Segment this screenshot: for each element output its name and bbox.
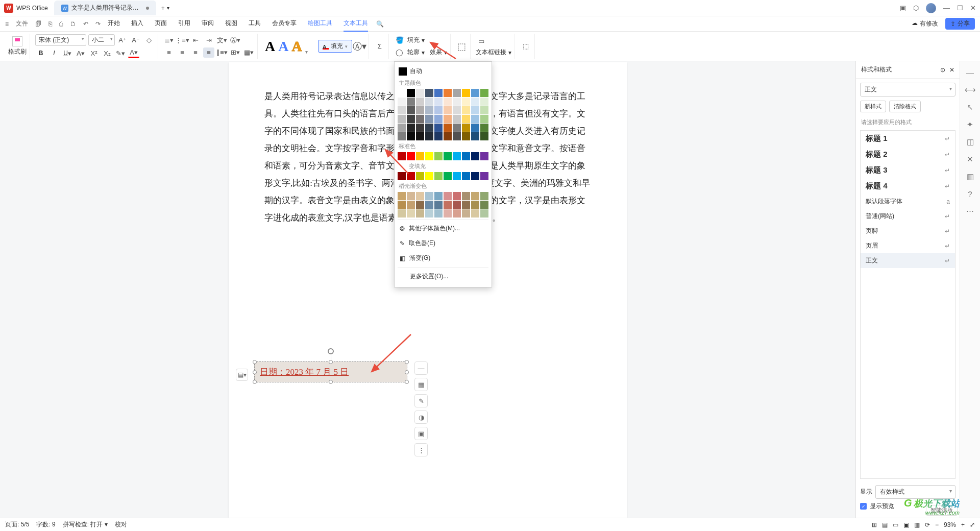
color-swatch[interactable] <box>444 132 452 140</box>
color-swatch[interactable] <box>471 209 479 218</box>
wrap-text-icon[interactable]: ▦ <box>414 378 428 391</box>
color-swatch[interactable] <box>471 172 479 180</box>
style-item[interactable]: 正文↵ <box>861 253 955 268</box>
view-print-icon[interactable]: ▥ <box>914 521 920 528</box>
edit-shape-icon[interactable]: ✎ <box>414 394 428 407</box>
subscript-icon[interactable]: X₂ <box>102 48 113 58</box>
color-swatch[interactable] <box>398 201 406 209</box>
resize-handle-icon[interactable] <box>253 380 257 384</box>
color-swatch[interactable] <box>480 106 488 114</box>
color-swatch[interactable] <box>425 115 433 123</box>
color-swatch[interactable] <box>425 132 433 140</box>
help-icon[interactable]: ? <box>968 189 972 198</box>
indent-inc-icon[interactable]: ⇥ <box>203 35 214 45</box>
paragraph-icon[interactable]: ⊞▾ <box>230 47 241 58</box>
color-swatch[interactable] <box>480 132 488 140</box>
fontcolor-icon[interactable]: A▾ <box>128 48 139 58</box>
color-swatch[interactable] <box>480 192 488 200</box>
align-justify-icon[interactable]: ≡ <box>203 47 214 58</box>
select-icon[interactable]: ⬚ <box>520 41 531 52</box>
color-swatch[interactable] <box>453 132 461 140</box>
collapse-rail-icon[interactable]: — <box>966 68 974 77</box>
current-style-select[interactable]: 正文 <box>860 83 955 96</box>
color-swatch[interactable] <box>444 192 452 200</box>
clear-format-button[interactable]: 清除格式 <box>889 101 921 112</box>
color-swatch[interactable] <box>462 106 470 114</box>
settings-icon[interactable]: ✦ <box>967 120 973 129</box>
color-swatch[interactable] <box>434 89 443 97</box>
color-swatch[interactable] <box>462 98 470 106</box>
color-swatch[interactable] <box>471 152 479 160</box>
underline-icon[interactable]: U▾ <box>62 48 73 58</box>
view-read-icon[interactable]: ▭ <box>893 521 898 528</box>
italic-icon[interactable]: I <box>48 48 60 58</box>
color-swatch[interactable] <box>398 172 406 180</box>
font-size-select[interactable]: 小二 <box>88 34 115 46</box>
layout-options-button[interactable]: ▤▾ <box>236 369 248 381</box>
menu-tab-绘图工具[interactable]: 绘图工具 <box>308 16 332 32</box>
view-grid-icon[interactable]: ⊞ <box>872 521 877 528</box>
menu-tab-视图[interactable]: 视图 <box>225 16 237 32</box>
cloud-status[interactable]: ☁有修改 <box>912 19 938 28</box>
cube-icon[interactable]: ⬡ <box>913 4 919 12</box>
color-swatch[interactable] <box>480 98 488 106</box>
color-swatch[interactable] <box>444 106 452 114</box>
view-outline-icon[interactable]: ▤ <box>882 521 888 528</box>
color-swatch[interactable] <box>425 152 433 160</box>
color-swatch[interactable] <box>471 124 479 132</box>
file-menu[interactable]: 文件 <box>16 19 28 28</box>
more-rail-icon[interactable]: ⋯ <box>966 206 974 215</box>
color-swatch[interactable] <box>444 115 452 123</box>
align-right-icon[interactable]: ≡ <box>190 47 201 58</box>
color-swatch[interactable] <box>398 124 406 132</box>
menu-tab-插入[interactable]: 插入 <box>131 16 143 32</box>
menu-tab-引用[interactable]: 引用 <box>178 16 190 32</box>
color-swatch[interactable] <box>453 98 461 106</box>
color-swatch[interactable] <box>471 115 479 123</box>
color-swatch[interactable] <box>398 115 406 123</box>
decrease-font-icon[interactable]: A⁻ <box>130 35 141 45</box>
wordart-style-2[interactable]: A <box>278 38 288 55</box>
increase-font-icon[interactable]: A⁺ <box>117 35 128 45</box>
crop-icon[interactable]: ▣ <box>414 427 428 440</box>
color-swatch[interactable] <box>444 201 452 209</box>
align-left-icon[interactable]: ≡ <box>163 47 175 58</box>
wordart-gallery[interactable]: A A A ▾ <box>260 38 313 55</box>
page-indicator[interactable]: 页面: 5/5 <box>5 520 29 529</box>
rotate-handle-icon[interactable] <box>328 348 334 354</box>
color-swatch[interactable] <box>407 201 415 209</box>
color-swatch[interactable] <box>434 132 443 140</box>
word-count[interactable]: 字数: 9 <box>36 520 55 529</box>
wordart-style-1[interactable]: A <box>265 38 275 55</box>
tools-icon[interactable]: ✕ <box>967 155 973 164</box>
color-swatch[interactable] <box>462 124 470 132</box>
color-swatch[interactable] <box>416 172 424 180</box>
color-swatch[interactable] <box>462 152 470 160</box>
style-item[interactable]: 标题 1↵ <box>861 131 955 147</box>
chevron-down-icon[interactable]: ▾ <box>305 49 308 55</box>
color-swatch[interactable] <box>416 132 424 140</box>
color-swatch[interactable] <box>425 89 433 97</box>
more-settings-item[interactable]: 更多设置(O)... <box>398 269 488 284</box>
pin-icon[interactable]: ⊙ <box>940 66 945 74</box>
show-filter-select[interactable]: 有效样式 <box>875 485 955 499</box>
color-swatch[interactable] <box>471 89 479 97</box>
resize-handle-icon[interactable] <box>329 360 333 364</box>
color-swatch[interactable] <box>416 106 424 114</box>
layers-icon[interactable]: ◫ <box>967 137 974 147</box>
color-swatch[interactable] <box>416 98 424 106</box>
bullets-icon[interactable]: ≣▾ <box>163 35 175 45</box>
sidebar-toggle-icon[interactable]: ▣ <box>900 4 906 12</box>
char-scale-icon[interactable]: Ⓐ▾ <box>230 35 241 45</box>
color-swatch[interactable] <box>407 152 415 160</box>
color-swatch[interactable] <box>407 124 415 132</box>
color-swatch[interactable] <box>434 98 443 106</box>
more-colors-item[interactable]: ❂其他字体颜色(M)... <box>398 221 488 236</box>
color-swatch[interactable] <box>480 124 488 132</box>
color-swatch[interactable] <box>425 201 433 209</box>
color-swatch[interactable] <box>462 89 470 97</box>
menu-tab-会员专享[interactable]: 会员专享 <box>272 16 297 32</box>
search-icon[interactable]: 🔍 <box>376 20 384 28</box>
close-panel-icon[interactable]: ✕ <box>949 66 954 74</box>
color-swatch[interactable] <box>434 201 443 209</box>
